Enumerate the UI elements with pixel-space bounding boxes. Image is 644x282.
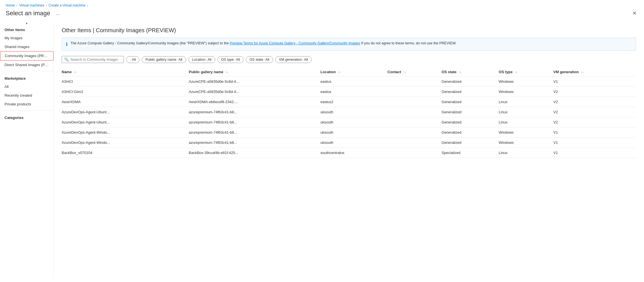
- cell-0: BackBox_v070104: [62, 148, 189, 158]
- filter-pill-gallery[interactable]: Public gallery name : All: [142, 56, 186, 63]
- table-row[interactable]: AesirXDMAAesirXDMA-eb6ecef8-2342-...east…: [62, 97, 636, 107]
- cell-3: [387, 107, 441, 117]
- col-name[interactable]: Name ↑↓: [62, 68, 189, 77]
- page-header: Select an image … ✕: [0, 8, 644, 21]
- sidebar-divider-2: [0, 110, 53, 110]
- cell-3: [387, 148, 441, 158]
- table-row[interactable]: AzureDevOps-Agent-Windo...azurepremium-7…: [62, 127, 636, 138]
- cell-1: BackBox-39ccaf4b-e81f-425...: [189, 148, 320, 158]
- cell-1: AzureCPE-a5835d0e-5c8d-4...: [189, 87, 320, 97]
- table-row[interactable]: AzureDevOps-Agent-Ubunt...azurepremium-7…: [62, 107, 636, 117]
- sort-icon-ostype: ↑↓: [515, 71, 518, 74]
- sidebar-item-direct-shared[interactable]: Direct Shared Images (PREVIEW): [0, 60, 53, 69]
- info-banner: ℹ The Azure Compute Gallery - Community …: [62, 38, 636, 51]
- breadcrumb-create-vm[interactable]: Create a virtual machine: [49, 3, 85, 7]
- info-icon: ℹ: [66, 41, 68, 48]
- sort-icon-osstate: ↑↓: [459, 71, 462, 74]
- cell-4: Generalized: [441, 117, 499, 127]
- sidebar: ▲ Other Items My Images Shared Images Co…: [0, 21, 54, 278]
- col-vmgen[interactable]: VM generation ↑↓: [553, 68, 636, 77]
- filter-bar: 🔍 : All Public gallery name : All Locati…: [62, 56, 636, 63]
- close-button[interactable]: ✕: [631, 10, 638, 17]
- ellipsis-button[interactable]: …: [54, 10, 62, 17]
- search-input[interactable]: [70, 57, 118, 62]
- col-contact[interactable]: Contact ↑↓: [387, 68, 441, 77]
- sidebar-item-my-images[interactable]: My Images: [0, 34, 53, 42]
- cell-0: ASHCI: [62, 77, 189, 87]
- sidebar-section-categories: Categories: [0, 112, 53, 122]
- filter-pill-ostype[interactable]: OS type : All: [217, 56, 244, 63]
- table-header-row: Name ↑↓ Public gallery name ↑↓ Location …: [62, 68, 636, 77]
- sidebar-item-marketplace-all[interactable]: All: [0, 82, 53, 91]
- info-text: The Azure Compute Gallery - Community Ga…: [70, 41, 456, 46]
- cell-1: AzureCPE-a5835d0e-5c8d-4...: [189, 77, 320, 87]
- sort-icon-vmgen: ↑↓: [581, 71, 584, 74]
- cell-2: uksouth: [320, 117, 387, 127]
- cell-5: Windows: [499, 87, 553, 97]
- sort-icon-gallery: ↑↓: [225, 71, 228, 74]
- main-title: Other Items | Community Images (PREVIEW): [62, 27, 636, 34]
- cell-6: V2: [553, 97, 636, 107]
- sidebar-section-other: Other Items: [0, 24, 53, 34]
- cell-0: AesirXDMA: [62, 97, 189, 107]
- breadcrumb-home[interactable]: Home: [6, 3, 15, 7]
- col-location[interactable]: Location ↑↓: [320, 68, 387, 77]
- sort-icon-name: ↑↓: [74, 71, 77, 74]
- filter-pill-vmgen[interactable]: VM generation : All: [275, 56, 312, 63]
- sidebar-divider-1: [0, 71, 53, 71]
- cell-4: Generalized: [441, 97, 499, 107]
- cell-2: uksouth: [320, 107, 387, 117]
- cell-0: AzureDevOps-Agent-Ubunt...: [62, 117, 189, 127]
- cell-6: V1: [553, 77, 636, 87]
- cell-5: Linux: [499, 97, 553, 107]
- col-osstate[interactable]: OS state ↑↓: [441, 68, 499, 77]
- cell-3: [387, 97, 441, 107]
- cell-2: eastus: [320, 87, 387, 97]
- table-row[interactable]: ASHCI-Gen2AzureCPE-a5835d0e-5c8d-4...eas…: [62, 87, 636, 97]
- cell-5: Linux: [499, 107, 553, 117]
- table-row[interactable]: AzureDevOps-Agent-Windo...azurepremium-7…: [62, 138, 636, 148]
- sidebar-item-shared-images[interactable]: Shared Images: [0, 42, 53, 51]
- cell-1: azurepremium-74f63c41-b8...: [189, 138, 320, 148]
- filter-pill-location[interactable]: Location : All: [188, 56, 215, 63]
- sidebar-item-recently-created[interactable]: Recently created: [0, 91, 53, 100]
- cell-3: [387, 87, 441, 97]
- col-ostype[interactable]: OS type ↑↓: [499, 68, 553, 77]
- info-link[interactable]: Preview Terms for Azure Compute Gallery …: [230, 41, 360, 45]
- filter-pill-subscription[interactable]: : All: [126, 56, 139, 63]
- cell-2: southcentralus: [320, 148, 387, 158]
- cell-6: V2: [553, 117, 636, 127]
- sidebar-item-private-products[interactable]: Private products: [0, 100, 53, 109]
- cell-1: azurepremium-74f63c41-b8...: [189, 107, 320, 117]
- cell-5: Windows: [499, 138, 553, 148]
- cell-1: azurepremium-74f63c41-b8...: [189, 127, 320, 138]
- cell-6: V2: [553, 107, 636, 117]
- search-icon: 🔍: [64, 57, 69, 62]
- sidebar-item-community-images[interactable]: Community Images (PREVIEW): [0, 51, 53, 60]
- scroll-up-indicator: ▲: [25, 21, 28, 25]
- cell-6: V1: [553, 148, 636, 158]
- page-title: Select an image: [6, 10, 50, 17]
- breadcrumb-vms[interactable]: Virtual machines: [19, 3, 44, 7]
- cell-3: [387, 138, 441, 148]
- table-row[interactable]: ASHCIAzureCPE-a5835d0e-5c8d-4...eastusGe…: [62, 77, 636, 87]
- cell-4: Generalized: [441, 107, 499, 117]
- cell-2: eastus: [320, 77, 387, 87]
- breadcrumb: Home › Virtual machines › Create a virtu…: [0, 0, 644, 8]
- sort-icon-location: ↑↓: [338, 71, 341, 74]
- cell-0: AzureDevOps-Agent-Windo...: [62, 127, 189, 138]
- cell-0: ASHCI-Gen2: [62, 87, 189, 97]
- cell-0: AzureDevOps-Agent-Windo...: [62, 138, 189, 148]
- cell-4: Generalized: [441, 127, 499, 138]
- col-gallery[interactable]: Public gallery name ↑↓: [189, 68, 320, 77]
- table-row[interactable]: BackBox_v070104BackBox-39ccaf4b-e81f-425…: [62, 148, 636, 158]
- cell-3: [387, 127, 441, 138]
- cell-3: [387, 77, 441, 87]
- cell-5: Windows: [499, 77, 553, 87]
- filter-pill-osstate[interactable]: OS state : All: [246, 56, 273, 63]
- sort-icon-contact: ↑↓: [403, 71, 406, 74]
- cell-4: Generalized: [441, 87, 499, 97]
- table-row[interactable]: AzureDevOps-Agent-Ubunt...azurepremium-7…: [62, 117, 636, 127]
- breadcrumb-sep-2: ›: [46, 4, 47, 7]
- search-box[interactable]: 🔍: [62, 56, 124, 63]
